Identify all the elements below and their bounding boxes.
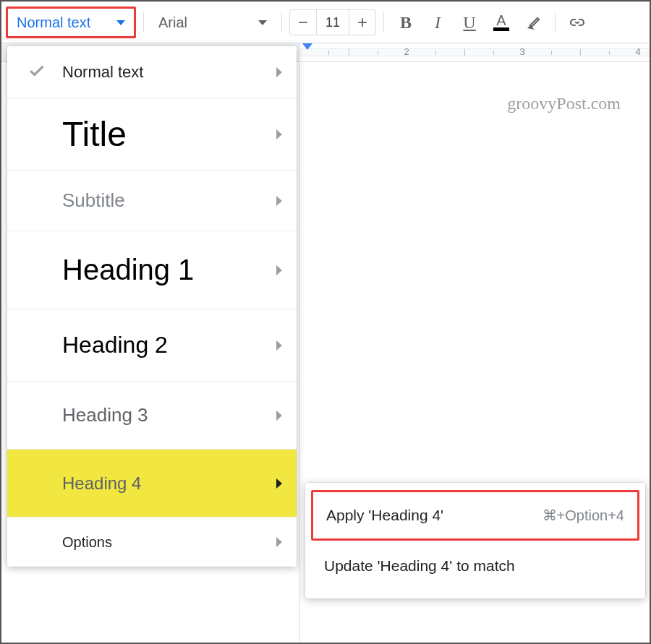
submenu-arrow-icon [276,537,282,547]
font-family-dropdown[interactable]: Arial [151,8,274,37]
style-option-heading-2[interactable]: Heading 2 [7,309,297,382]
style-option-label: Heading 1 [62,254,276,286]
style-option-label: Options [62,534,276,551]
style-option-heading-1[interactable]: Heading 1 [7,231,297,309]
submenu-arrow-icon [276,340,282,351]
submenu-arrow-icon [276,478,282,489]
style-option-label: Heading 3 [62,404,276,426]
apply-heading-4-item[interactable]: Apply 'Heading 4' ⌘+Option+4 [311,490,639,541]
style-option-normal-text[interactable]: Normal text [7,46,297,98]
style-option-label: Subtitle [62,189,276,212]
style-option-label: Heading 2 [62,332,276,359]
style-option-heading-4[interactable]: Heading 4 [7,450,297,518]
highlight-color-button[interactable] [519,8,548,37]
heading-4-submenu: Apply 'Heading 4' ⌘+Option+4 Update 'Hea… [305,483,645,598]
first-line-indent-marker[interactable] [302,43,312,50]
font-family-label: Arial [158,14,187,31]
watermark: groovyPost.com [507,94,621,113]
insert-link-button[interactable] [563,8,592,37]
toolbar-separator [555,12,556,33]
text-color-letter: A [496,14,506,27]
submenu-arrow-icon [276,129,282,139]
toolbar-separator [383,12,384,33]
checkmark-icon [27,61,46,83]
submenu-arrow-icon [276,265,282,275]
text-color-swatch [493,27,509,31]
submenu-item-label: Apply 'Heading 4' [326,507,542,524]
increase-font-size-button[interactable]: + [349,10,375,35]
toolbar-separator [281,12,282,33]
submenu-arrow-icon [276,196,282,206]
font-size-input[interactable] [316,10,349,35]
submenu-arrow-icon [276,411,282,421]
decrease-font-size-button[interactable]: − [290,10,316,35]
paragraph-styles-dropdown[interactable]: Normal text [6,7,136,38]
style-option-heading-3[interactable]: Heading 3 [7,382,297,450]
update-heading-4-item[interactable]: Update 'Heading 4' to match [305,541,645,591]
italic-button[interactable]: I [423,8,452,37]
style-option-label: Normal text [62,63,276,82]
toolbar: Normal text Arial − + B I U A [1,1,650,43]
caret-down-icon [258,20,267,25]
text-color-button[interactable]: A [487,8,516,37]
paragraph-styles-label: Normal text [17,14,90,31]
underline-button[interactable]: U [455,8,484,37]
submenu-item-label: Update 'Heading 4' to match [324,557,626,575]
toolbar-separator [143,12,144,33]
style-option-label: Title [62,114,276,154]
paragraph-styles-menu: Normal text Title Subtitle Heading 1 Hea… [7,46,297,567]
keyboard-shortcut: ⌘+Option+4 [542,507,624,524]
ruler-number: 4 [635,46,640,57]
ruler-number: 3 [519,46,524,57]
font-size-group: − + [289,9,376,35]
style-option-options[interactable]: Options [7,518,297,567]
style-option-subtitle[interactable]: Subtitle [7,171,297,231]
style-option-title[interactable]: Title [7,98,297,171]
bold-button[interactable]: B [391,8,420,37]
style-option-label: Heading 4 [62,473,276,494]
caret-down-icon [116,20,125,25]
ruler-number: 2 [404,46,409,57]
submenu-arrow-icon [276,67,282,77]
